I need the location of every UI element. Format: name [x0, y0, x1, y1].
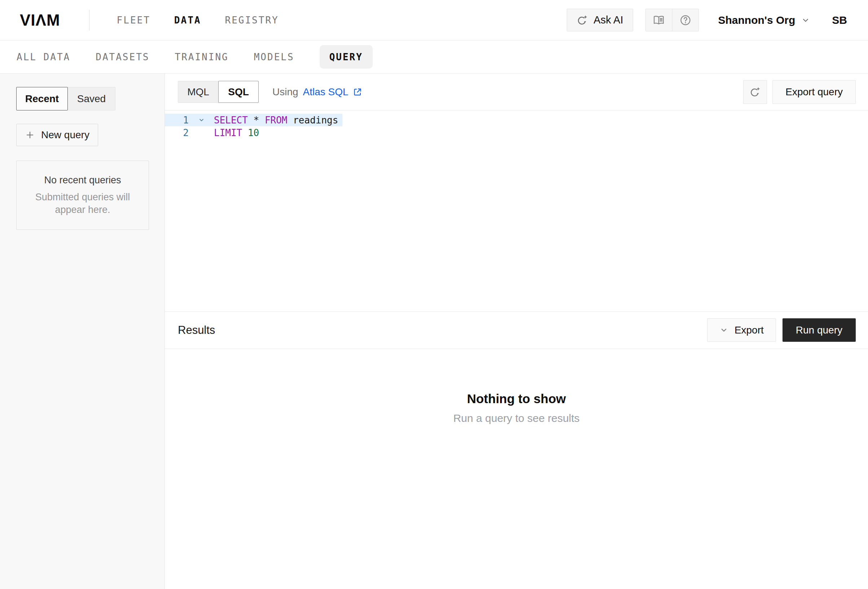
empty-state-title: No recent queries [44, 175, 121, 186]
results-empty-state: Nothing to show Run a query to see resul… [165, 349, 868, 589]
new-query-label: New query [41, 129, 90, 141]
results-empty-title: Nothing to show [467, 392, 566, 406]
line-number: 2 [165, 127, 189, 138]
sparkle-refresh-icon [577, 15, 588, 26]
nav-data[interactable]: DATA [174, 15, 201, 26]
results-actions: Export Run query [707, 318, 856, 342]
query-toolbar: MQL SQL Using Atlas SQL [165, 74, 868, 111]
help-button[interactable] [672, 9, 698, 31]
ai-generate-query-button[interactable] [743, 80, 767, 104]
toolbar-actions: Export query [743, 80, 856, 104]
line-number: 1 [165, 115, 189, 126]
mode-mql-button[interactable]: MQL [178, 81, 218, 103]
tab-all-data[interactable]: ALL DATA [16, 52, 70, 62]
atlas-sql-link-label: Atlas SQL [303, 86, 348, 98]
viam-app-window: VIΛM FLEET DATA REGISTRY Ask AI [0, 0, 868, 589]
tab-datasets[interactable]: DATASETS [96, 52, 149, 62]
results-title: Results [178, 324, 215, 337]
org-switcher[interactable]: Shannon's Org [718, 14, 810, 26]
fold-toggle[interactable] [189, 117, 214, 123]
nav-registry[interactable]: REGISTRY [225, 15, 279, 26]
chevron-down-icon [801, 16, 810, 25]
code-text: SELECT * FROM readings [214, 115, 338, 126]
query-main-panel: MQL SQL Using Atlas SQL [165, 74, 868, 589]
new-query-button[interactable]: New query [16, 124, 98, 146]
tab-query[interactable]: QUERY [320, 45, 373, 68]
docs-button[interactable] [646, 9, 672, 31]
code-line[interactable]: 2 LIMIT 10 [165, 126, 259, 139]
chevron-down-icon [719, 326, 728, 334]
export-results-label: Export [735, 324, 764, 336]
ask-ai-label: Ask AI [593, 14, 623, 26]
help-button-group [645, 9, 699, 31]
sql-code-editor[interactable]: 1 SELECT * FROM readings 2 LIMIT 10 [165, 111, 868, 311]
viam-logo[interactable]: VIΛM [20, 11, 60, 29]
export-results-button[interactable]: Export [707, 318, 776, 342]
results-empty-subtitle: Run a query to see results [453, 412, 579, 425]
tab-saved[interactable]: Saved [68, 87, 115, 111]
tab-training[interactable]: TRAINING [175, 52, 228, 62]
sidebar-tabs: Recent Saved [16, 87, 164, 111]
export-query-button[interactable]: Export query [772, 80, 856, 104]
sparkle-refresh-icon [749, 86, 761, 98]
ask-ai-button[interactable]: Ask AI [567, 9, 633, 31]
tab-models[interactable]: MODELS [254, 52, 294, 62]
header-right: Ask AI [567, 9, 847, 31]
header-divider [89, 10, 90, 31]
external-link-icon [353, 87, 363, 97]
query-sidebar: Recent Saved New query No recent queries… [0, 74, 165, 589]
using-atlas-sql: Using Atlas SQL [272, 86, 363, 98]
code-line[interactable]: 1 SELECT * FROM readings [165, 114, 342, 126]
user-avatar[interactable]: SB [832, 14, 847, 26]
run-query-button[interactable]: Run query [782, 318, 856, 342]
data-subnav: ALL DATA DATASETS TRAINING MODELS QUERY [0, 40, 868, 74]
using-label: Using [272, 86, 298, 98]
primary-nav: FLEET DATA REGISTRY [117, 15, 279, 26]
query-language-toggle: MQL SQL [178, 81, 259, 103]
mode-sql-button[interactable]: SQL [218, 81, 259, 103]
recent-queries-empty-state: No recent queries Submitted queries will… [16, 161, 149, 230]
tab-recent[interactable]: Recent [16, 87, 68, 111]
question-circle-icon [679, 14, 692, 26]
book-icon [652, 14, 665, 26]
plus-icon [25, 130, 35, 140]
nav-fleet[interactable]: FLEET [117, 15, 151, 26]
code-text: LIMIT 10 [214, 127, 259, 138]
empty-state-body: Submitted queries will appear here. [30, 191, 135, 216]
org-name: Shannon's Org [718, 14, 796, 26]
top-header: VIΛM FLEET DATA REGISTRY Ask AI [0, 0, 868, 40]
atlas-sql-link[interactable]: Atlas SQL [303, 86, 363, 98]
results-header: Results Export Run query [165, 311, 868, 349]
chevron-down-icon [198, 117, 205, 123]
